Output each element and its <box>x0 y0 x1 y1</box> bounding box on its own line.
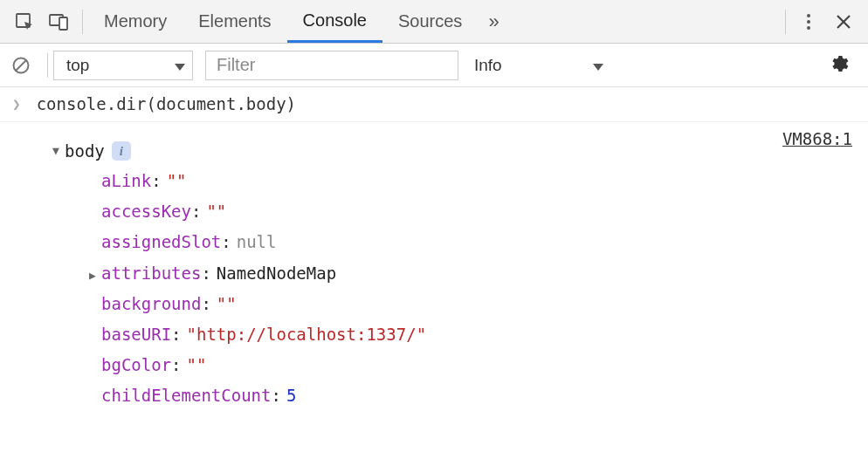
console-output: ❯ console.dir(document.body) VM868:1 ▼ b… <box>0 87 868 418</box>
property-row[interactable]: background:"" <box>47 289 426 319</box>
svg-rect-2 <box>59 17 67 30</box>
console-input-row: ❯ console.dir(document.body) <box>0 87 868 122</box>
toolbar-divider <box>785 10 786 34</box>
property-value: null <box>237 232 277 251</box>
property-row[interactable]: ▶attributes:NamedNodeMap <box>47 258 426 289</box>
tab-console[interactable]: Console <box>287 0 382 43</box>
svg-line-9 <box>16 60 26 71</box>
property-key: baseURI <box>101 325 171 344</box>
property-key: assignedSlot <box>101 232 221 251</box>
chevron-down-icon <box>593 56 603 75</box>
tab-memory[interactable]: Memory <box>88 0 183 43</box>
property-row[interactable]: accessKey:"" <box>47 196 426 227</box>
property-key: childElementCount <box>101 386 271 405</box>
tab-sources[interactable]: Sources <box>382 0 478 43</box>
source-link[interactable]: VM868:1 <box>782 129 852 148</box>
log-level-value: Info <box>474 56 502 75</box>
svg-point-4 <box>807 20 810 24</box>
gear-icon[interactable] <box>828 53 852 78</box>
tab-elements[interactable]: Elements <box>183 0 286 43</box>
inspect-element-icon[interactable] <box>7 4 42 39</box>
property-key: background <box>101 294 201 313</box>
property-value: "" <box>187 355 207 374</box>
property-row[interactable]: assignedSlot:null <box>47 227 426 257</box>
main-toolbar: Memory Elements Console Sources » <box>0 0 868 44</box>
svg-point-3 <box>807 14 810 17</box>
panel-tabs: Memory Elements Console Sources » <box>88 0 510 43</box>
property-row[interactable]: bgColor:"" <box>47 350 426 380</box>
property-key: accessKey <box>101 202 191 221</box>
property-row[interactable]: childElementCount:5 <box>47 380 426 411</box>
property-value: NamedNodeMap <box>217 264 336 283</box>
object-name: body <box>65 136 105 166</box>
prompt-chevron-icon: ❯ <box>12 96 21 113</box>
close-icon[interactable] <box>826 4 861 39</box>
property-value: 5 <box>286 386 296 405</box>
property-key: bgColor <box>101 355 171 374</box>
svg-point-5 <box>807 26 810 30</box>
chevron-down-icon <box>175 56 185 75</box>
collapse-icon[interactable]: ▼ <box>47 140 65 161</box>
info-icon[interactable]: i <box>112 141 131 161</box>
kebab-menu-icon[interactable] <box>791 4 826 39</box>
more-tabs-icon[interactable]: » <box>478 10 509 33</box>
property-row[interactable]: aLink:"" <box>47 166 426 196</box>
context-select[interactable]: top <box>53 51 193 80</box>
property-value: "" <box>167 171 187 190</box>
property-value: "" <box>217 294 237 313</box>
property-key: attributes <box>101 264 201 283</box>
device-toolbar-icon[interactable] <box>42 4 77 39</box>
property-row[interactable]: baseURI:"http://localhost:1337/" <box>47 319 426 350</box>
expand-icon[interactable]: ▶ <box>84 265 101 286</box>
property-value: "" <box>206 202 226 221</box>
object-root[interactable]: ▼ body i <box>47 136 426 166</box>
filter-input[interactable] <box>205 51 458 80</box>
toolbar-divider <box>82 10 83 34</box>
log-level-select[interactable]: Info <box>471 51 610 80</box>
object-tree: ▼ body i aLink:""accessKey:""assignedSlo… <box>12 129 426 411</box>
command-text: console.dir(document.body) <box>37 94 296 113</box>
toolbar-divider <box>47 53 48 78</box>
console-result-row: VM868:1 ▼ body i aLink:""accessKey:""ass… <box>0 122 868 418</box>
property-value: "http://localhost:1337/" <box>187 325 427 344</box>
context-select-value: top <box>66 56 89 75</box>
clear-console-icon[interactable] <box>9 53 33 78</box>
property-key: aLink <box>101 171 151 190</box>
console-toolbar: top Info <box>0 44 868 87</box>
